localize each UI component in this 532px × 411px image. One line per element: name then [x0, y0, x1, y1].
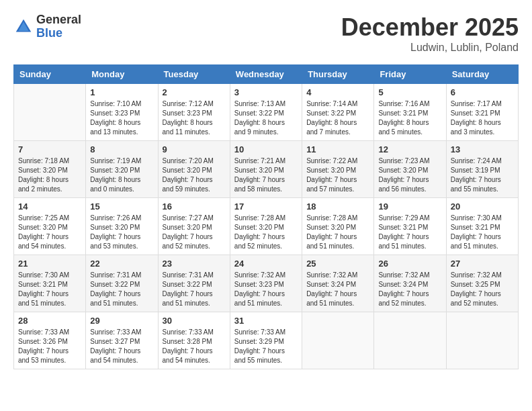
day-info: Sunrise: 7:23 AMSunset: 3:20 PMDaylight:… [378, 156, 441, 194]
day-info: Sunrise: 7:31 AMSunset: 3:22 PMDaylight:… [90, 271, 153, 308]
day-number: 23 [163, 259, 226, 269]
calendar-cell: 3Sunrise: 7:13 AMSunset: 3:22 PMDaylight… [230, 84, 302, 141]
day-info: Sunrise: 7:29 AMSunset: 3:21 PMDaylight:… [378, 214, 441, 251]
day-info: Sunrise: 7:33 AMSunset: 3:26 PMDaylight:… [18, 328, 81, 365]
day-info: Sunrise: 7:30 AMSunset: 3:21 PMDaylight:… [18, 271, 81, 308]
day-info: Sunrise: 7:32 AMSunset: 3:23 PMDaylight:… [234, 271, 298, 308]
location-subtitle: Ludwin, Lublin, Poland [341, 42, 519, 54]
day-number: 20 [451, 201, 514, 212]
calendar-cell: 14Sunrise: 7:25 AMSunset: 3:20 PMDayligh… [14, 198, 86, 255]
day-info: Sunrise: 7:28 AMSunset: 3:20 PMDaylight:… [234, 214, 298, 251]
page-header: General Blue December 2025 Ludwin, Lubli… [13, 13, 519, 54]
col-header-friday: Friday [374, 65, 446, 84]
calendar-cell: 15Sunrise: 7:26 AMSunset: 3:20 PMDayligh… [86, 198, 158, 255]
day-info: Sunrise: 7:22 AMSunset: 3:20 PMDaylight:… [306, 156, 369, 194]
calendar-cell: 5Sunrise: 7:16 AMSunset: 3:21 PMDaylight… [374, 84, 446, 141]
calendar-cell: 27Sunrise: 7:32 AMSunset: 3:25 PMDayligh… [446, 255, 518, 312]
calendar-week-row: 14Sunrise: 7:25 AMSunset: 3:20 PMDayligh… [14, 198, 519, 255]
day-number: 5 [378, 87, 441, 97]
calendar-cell: 20Sunrise: 7:30 AMSunset: 3:21 PMDayligh… [446, 198, 518, 255]
day-number: 18 [306, 201, 369, 212]
day-number: 24 [234, 259, 298, 269]
day-number: 29 [90, 316, 153, 326]
day-number: 2 [163, 87, 226, 97]
col-header-sunday: Sunday [14, 65, 86, 84]
calendar-cell: 7Sunrise: 7:18 AMSunset: 3:20 PMDaylight… [14, 141, 86, 198]
calendar-cell: 9Sunrise: 7:20 AMSunset: 3:20 PMDaylight… [158, 141, 230, 198]
day-info: Sunrise: 7:33 AMSunset: 3:27 PMDaylight:… [90, 328, 153, 365]
day-number: 27 [451, 259, 514, 269]
day-info: Sunrise: 7:28 AMSunset: 3:20 PMDaylight:… [306, 214, 369, 251]
day-number: 12 [378, 144, 441, 154]
day-info: Sunrise: 7:33 AMSunset: 3:29 PMDaylight:… [234, 328, 298, 365]
day-info: Sunrise: 7:14 AMSunset: 3:22 PMDaylight:… [306, 99, 369, 137]
calendar-cell: 31Sunrise: 7:33 AMSunset: 3:29 PMDayligh… [230, 312, 302, 369]
calendar-cell: 30Sunrise: 7:33 AMSunset: 3:28 PMDayligh… [158, 312, 230, 369]
day-number: 1 [90, 87, 153, 97]
day-info: Sunrise: 7:32 AMSunset: 3:25 PMDaylight:… [451, 271, 514, 308]
day-info: Sunrise: 7:21 AMSunset: 3:20 PMDaylight:… [234, 156, 298, 194]
day-number: 22 [90, 259, 153, 269]
day-info: Sunrise: 7:31 AMSunset: 3:22 PMDaylight:… [163, 271, 226, 308]
calendar-cell: 8Sunrise: 7:19 AMSunset: 3:20 PMDaylight… [86, 141, 158, 198]
day-number: 16 [163, 201, 226, 212]
logo-blue-text: Blue [36, 27, 81, 40]
day-info: Sunrise: 7:27 AMSunset: 3:20 PMDaylight:… [163, 214, 226, 251]
logo-general-text: General [36, 13, 81, 27]
col-header-thursday: Thursday [302, 65, 374, 84]
day-number: 11 [306, 144, 369, 154]
day-number: 9 [163, 144, 226, 154]
calendar-cell [374, 312, 446, 369]
calendar-cell: 4Sunrise: 7:14 AMSunset: 3:22 PMDaylight… [302, 84, 374, 141]
calendar-cell [446, 312, 518, 369]
calendar-cell: 25Sunrise: 7:32 AMSunset: 3:24 PMDayligh… [302, 255, 374, 312]
day-number: 31 [234, 316, 298, 326]
calendar-cell [302, 312, 374, 369]
day-info: Sunrise: 7:30 AMSunset: 3:21 PMDaylight:… [451, 214, 514, 251]
day-number: 14 [18, 201, 81, 212]
calendar-cell: 28Sunrise: 7:33 AMSunset: 3:26 PMDayligh… [14, 312, 86, 369]
calendar-cell: 19Sunrise: 7:29 AMSunset: 3:21 PMDayligh… [374, 198, 446, 255]
logo: General Blue [13, 13, 81, 40]
calendar-cell: 17Sunrise: 7:28 AMSunset: 3:20 PMDayligh… [230, 198, 302, 255]
col-header-saturday: Saturday [446, 65, 518, 84]
day-number: 7 [18, 144, 81, 154]
day-number: 17 [234, 201, 298, 212]
day-number: 3 [234, 87, 298, 97]
day-info: Sunrise: 7:12 AMSunset: 3:23 PMDaylight:… [163, 99, 226, 137]
calendar-cell: 2Sunrise: 7:12 AMSunset: 3:23 PMDaylight… [158, 84, 230, 141]
logo-icon [13, 17, 34, 37]
day-number: 25 [306, 259, 369, 269]
calendar-cell: 23Sunrise: 7:31 AMSunset: 3:22 PMDayligh… [158, 255, 230, 312]
col-header-monday: Monday [86, 65, 158, 84]
day-info: Sunrise: 7:20 AMSunset: 3:20 PMDaylight:… [163, 156, 226, 194]
day-number: 28 [18, 316, 81, 326]
calendar-table: SundayMondayTuesdayWednesdayThursdayFrid… [13, 64, 519, 369]
calendar-cell: 16Sunrise: 7:27 AMSunset: 3:20 PMDayligh… [158, 198, 230, 255]
col-header-wednesday: Wednesday [230, 65, 302, 84]
calendar-cell: 18Sunrise: 7:28 AMSunset: 3:20 PMDayligh… [302, 198, 374, 255]
day-info: Sunrise: 7:17 AMSunset: 3:21 PMDaylight:… [451, 99, 514, 137]
day-number: 21 [18, 259, 81, 269]
calendar-cell: 26Sunrise: 7:32 AMSunset: 3:24 PMDayligh… [374, 255, 446, 312]
day-info: Sunrise: 7:25 AMSunset: 3:20 PMDaylight:… [18, 214, 81, 251]
calendar-cell: 24Sunrise: 7:32 AMSunset: 3:23 PMDayligh… [230, 255, 302, 312]
day-number: 6 [451, 87, 514, 97]
calendar-cell: 12Sunrise: 7:23 AMSunset: 3:20 PMDayligh… [374, 141, 446, 198]
calendar-week-row: 21Sunrise: 7:30 AMSunset: 3:21 PMDayligh… [14, 255, 519, 312]
day-number: 19 [378, 201, 441, 212]
day-number: 30 [163, 316, 226, 326]
day-number: 4 [306, 87, 369, 97]
day-info: Sunrise: 7:32 AMSunset: 3:24 PMDaylight:… [378, 271, 441, 308]
day-info: Sunrise: 7:18 AMSunset: 3:20 PMDaylight:… [18, 156, 81, 194]
day-info: Sunrise: 7:10 AMSunset: 3:23 PMDaylight:… [90, 99, 153, 137]
logo-text: General Blue [36, 13, 81, 40]
calendar-cell: 1Sunrise: 7:10 AMSunset: 3:23 PMDaylight… [86, 84, 158, 141]
day-info: Sunrise: 7:19 AMSunset: 3:20 PMDaylight:… [90, 156, 153, 194]
day-info: Sunrise: 7:16 AMSunset: 3:21 PMDaylight:… [378, 99, 441, 137]
day-info: Sunrise: 7:24 AMSunset: 3:19 PMDaylight:… [451, 156, 514, 194]
day-info: Sunrise: 7:32 AMSunset: 3:24 PMDaylight:… [306, 271, 369, 308]
calendar-cell: 22Sunrise: 7:31 AMSunset: 3:22 PMDayligh… [86, 255, 158, 312]
day-number: 15 [90, 201, 153, 212]
calendar-week-row: 7Sunrise: 7:18 AMSunset: 3:20 PMDaylight… [14, 141, 519, 198]
